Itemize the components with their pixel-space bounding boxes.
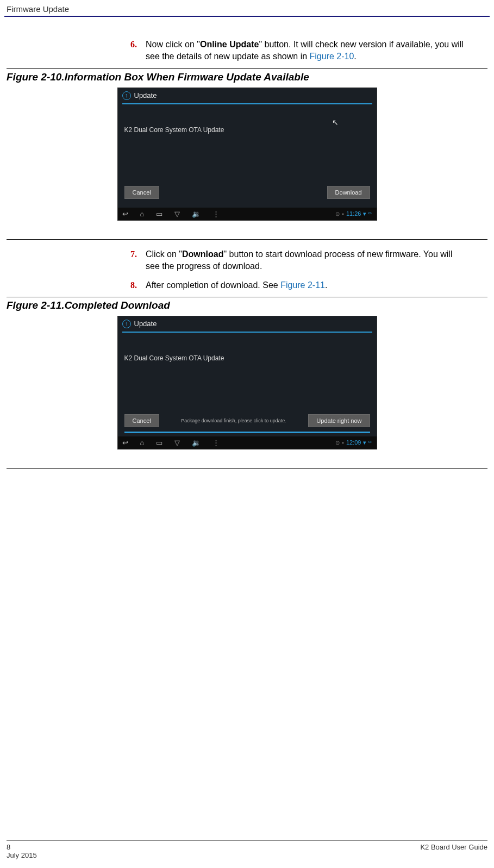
step-text: After completion of download. See Figure…: [146, 279, 466, 291]
ota-update-text: K2 Dual Core System OTA Update: [124, 354, 370, 362]
figure-rule: [7, 68, 487, 69]
download-status-icon: ▪: [342, 211, 344, 217]
screenshot-update-available: ↑ Update ↖ K2 Dual Core System OTA Updat…: [117, 88, 377, 221]
step-number: 6.: [130, 39, 137, 63]
navbar: ↩ ⌂ ▭ ▽ 🔉 ⋮ ⊙ ▪ 12:09 ▾ ⌔: [118, 436, 377, 449]
footer-rule: [7, 840, 487, 841]
ota-update-text: K2 Dual Core System OTA Update: [124, 126, 370, 134]
header-rule: [4, 16, 490, 17]
recent-icon[interactable]: ▭: [156, 439, 162, 447]
figure-caption: Figure 2-11.Completed Download: [7, 299, 487, 311]
text-fragment: Click on ": [146, 249, 182, 259]
text-fragment: Now click on ": [146, 40, 200, 49]
section-rule: [7, 239, 487, 240]
download-status-icon: ▪: [342, 440, 344, 446]
update-now-button[interactable]: Update right now: [308, 414, 370, 427]
home-icon[interactable]: ⌂: [140, 439, 145, 447]
page-footer: 8 K2 Board User Guide July 2015: [7, 840, 487, 859]
step-text: Now click on "Online Update" button. It …: [146, 39, 466, 63]
status-text: Package download finish, please click to…: [159, 418, 309, 423]
update-icon: ↑: [122, 320, 131, 328]
figure-link[interactable]: Figure 2-11: [280, 280, 325, 290]
screenshot-header: ↑ Update: [118, 88, 377, 103]
more-icon[interactable]: ⋮: [212, 210, 220, 218]
footer-date: July 2015: [7, 851, 487, 859]
page-header: Firmware Update: [0, 0, 494, 16]
screenshot-completed-download: ↑ Update K2 Dual Core System OTA Update …: [117, 316, 377, 449]
screenshot-header: ↑ Update: [118, 316, 377, 332]
back-icon[interactable]: ↩: [122, 439, 128, 447]
wifi-bt-icons: ▾ ⌔: [363, 210, 372, 217]
text-fragment: .: [354, 52, 356, 61]
chevron-down-icon[interactable]: ▽: [174, 210, 180, 218]
status-area: ⊙ ▪ 12:09 ▾ ⌔: [335, 439, 372, 446]
wifi-bt-icons: ▾ ⌔: [363, 439, 372, 446]
bold-label: Download: [182, 249, 223, 259]
screenshot-title: Update: [134, 320, 157, 328]
recent-icon[interactable]: ▭: [156, 210, 162, 218]
home-icon[interactable]: ⌂: [140, 210, 145, 218]
time-text: 11:26: [346, 210, 361, 217]
text-fragment: .: [325, 280, 327, 290]
step-number: 7.: [130, 248, 137, 273]
cursor-icon: ↖: [332, 118, 339, 127]
figure-rule: [7, 297, 487, 297]
update-icon: ↑: [122, 91, 131, 100]
bold-label: Online Update: [200, 40, 259, 49]
clock-icon: ⊙: [335, 440, 340, 446]
volume-icon[interactable]: 🔉: [192, 439, 201, 447]
step-7: 7. Click on "Download" button to start d…: [130, 248, 466, 273]
step-number: 8.: [130, 279, 137, 291]
more-icon[interactable]: ⋮: [212, 439, 220, 447]
cancel-button[interactable]: Cancel: [124, 186, 159, 199]
screenshot-body: K2 Dual Core System OTA Update: [118, 333, 377, 414]
button-row: Cancel Download: [118, 186, 377, 203]
main-content: 6. Now click on "Online Update" button. …: [0, 39, 494, 469]
step-text: Click on "Download" button to start down…: [146, 248, 466, 273]
chevron-down-icon[interactable]: ▽: [174, 439, 180, 447]
button-row: Cancel Package download finish, please c…: [118, 414, 377, 432]
time-text: 12:09: [346, 439, 361, 446]
page-number: 8: [7, 843, 10, 851]
header-title: Firmware Update: [7, 4, 69, 14]
guide-title: K2 Board User Guide: [420, 843, 487, 851]
status-area: ⊙ ▪ 11:26 ▾ ⌔: [335, 210, 372, 217]
clock-icon: ⊙: [335, 211, 340, 217]
step-6: 6. Now click on "Online Update" button. …: [130, 39, 466, 63]
navbar: ↩ ⌂ ▭ ▽ 🔉 ⋮ ⊙ ▪ 11:26 ▾ ⌔: [118, 208, 377, 220]
back-icon[interactable]: ↩: [122, 210, 128, 218]
volume-icon[interactable]: 🔉: [192, 210, 201, 218]
download-button[interactable]: Download: [327, 186, 370, 199]
step-8: 8. After completion of download. See Fig…: [130, 279, 466, 291]
figure-link[interactable]: Figure 2-10: [310, 52, 354, 61]
spacer: [118, 203, 377, 208]
text-fragment: After completion of download. See: [146, 280, 280, 290]
screenshot-title: Update: [134, 91, 157, 99]
section-rule: [7, 468, 487, 469]
figure-caption: Figure 2-10.Information Box When Firmwar…: [7, 71, 487, 83]
footer-row: 8 K2 Board User Guide: [7, 843, 487, 851]
cancel-button[interactable]: Cancel: [124, 414, 159, 427]
screenshot-body: ↖ K2 Dual Core System OTA Update: [118, 104, 377, 186]
